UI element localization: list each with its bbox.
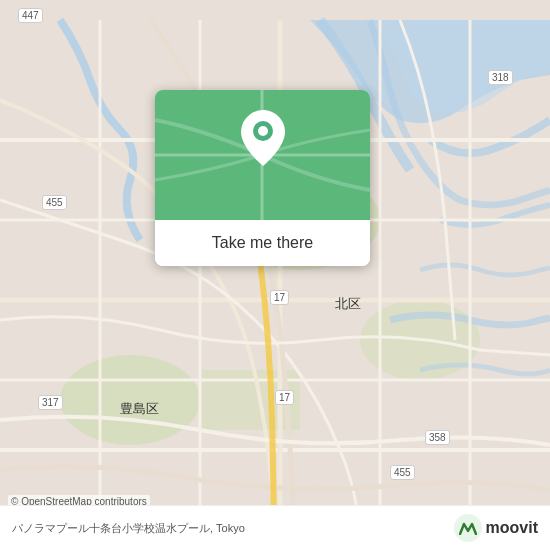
moovit-icon xyxy=(454,514,482,542)
card-map-area xyxy=(155,90,370,220)
road-badge-358: 358 xyxy=(425,430,450,445)
location-pin-icon xyxy=(241,110,285,166)
svg-point-19 xyxy=(258,126,268,136)
road-badge-455b: 455 xyxy=(390,465,415,480)
road-badge-17b: 17 xyxy=(275,390,294,405)
toshima-ward-label: 豊島区 xyxy=(120,400,159,418)
road-badge-318: 318 xyxy=(488,70,513,85)
road-badge-447: 447 xyxy=(18,8,43,23)
location-card: Take me there xyxy=(155,90,370,266)
road-badge-317: 317 xyxy=(38,395,63,410)
north-ward-label: 北区 xyxy=(335,295,361,313)
take-me-there-button[interactable]: Take me there xyxy=(155,220,370,266)
road-badge-17a: 17 xyxy=(270,290,289,305)
moovit-brand-text: moovit xyxy=(486,519,538,537)
location-name-text: パノラマプール十条台小学校温水プール, Tokyo xyxy=(12,521,245,536)
map-container: 447 455 318 17 17 317 358 455 北区 豊島区 xyxy=(0,0,550,550)
road-badge-455: 455 xyxy=(42,195,67,210)
moovit-logo: moovit xyxy=(454,514,538,542)
map-background xyxy=(0,0,550,550)
bottom-bar: パノラマプール十条台小学校温水プール, Tokyo moovit xyxy=(0,505,550,550)
